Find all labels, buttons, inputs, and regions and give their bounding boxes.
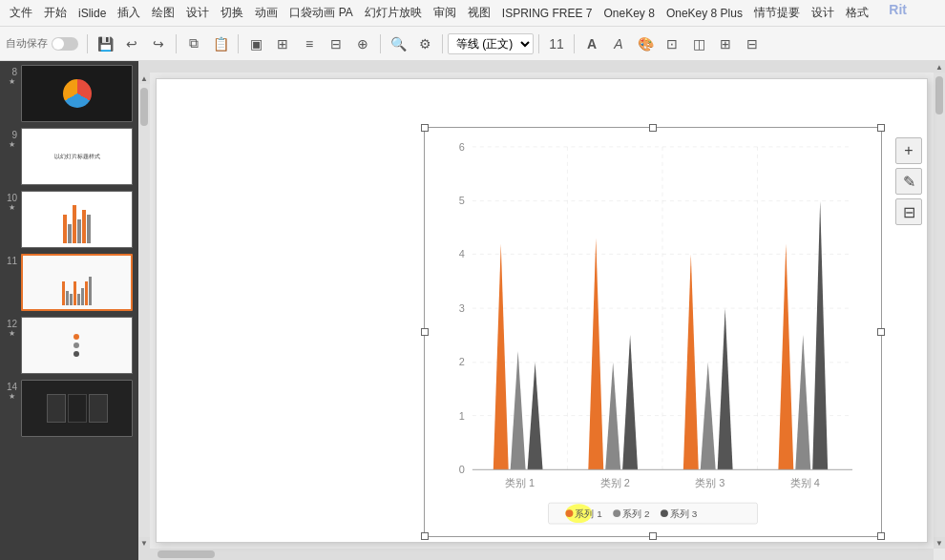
scroll-right-up[interactable]: ▲ (934, 61, 945, 73)
slide-thumb-12[interactable]: 12 ★ (6, 317, 133, 374)
handle-tr[interactable] (877, 124, 885, 132)
fill-color-btn[interactable]: 🎨 (633, 31, 658, 56)
autosave-label: 自动保存 (6, 36, 48, 51)
svg-text:2: 2 (459, 356, 465, 367)
redo-button[interactable]: ↪ (146, 31, 171, 56)
filter-button[interactable]: ⊟ (895, 198, 922, 225)
tb-btn-7[interactable]: ⚙ (412, 31, 437, 56)
slide-num-8: 8 (6, 65, 17, 77)
tb-extra-4[interactable]: ⊟ (740, 31, 765, 56)
handle-tl[interactable] (421, 124, 429, 132)
tb-extra-3[interactable]: ⊞ (713, 31, 738, 56)
copy-button[interactable]: ⧉ (181, 31, 206, 56)
undo-button[interactable]: ↩ (119, 31, 144, 56)
menu-transition[interactable]: 切换 (215, 1, 249, 25)
handle-mr[interactable] (877, 328, 885, 336)
menu-onekey8[interactable]: OneKey 8 (598, 3, 661, 24)
svg-text:类别 1: 类别 1 (505, 477, 535, 488)
menu-file[interactable]: 文件 (4, 1, 38, 25)
tb-btn-3[interactable]: ≡ (297, 31, 322, 56)
slide-thumb-14[interactable]: 14 ★ (6, 380, 133, 437)
handle-br[interactable] (877, 532, 885, 540)
svg-rect-0 (425, 128, 881, 536)
menu-format[interactable]: 格式 (840, 1, 874, 25)
svg-text:4: 4 (459, 248, 465, 259)
menu-home[interactable]: 开始 (38, 1, 73, 25)
sep-2 (176, 34, 177, 53)
handle-bc[interactable] (649, 532, 657, 540)
add-element-button[interactable]: + (895, 137, 922, 164)
menu-design[interactable]: 设计 (180, 1, 215, 25)
tb-btn-2[interactable]: ⊞ (270, 31, 295, 56)
slide-num-10: 10 (6, 191, 17, 203)
main-layout: 8 ★ 9 ★ 以幻灯片标题样式 10 ★ (0, 61, 945, 560)
tb-btn-6[interactable]: 🔍 (386, 31, 410, 56)
slide-num-9: 9 (6, 128, 17, 140)
tb-extra-1[interactable]: ⊡ (660, 31, 684, 56)
italic-button[interactable]: A (606, 31, 631, 56)
slide-thumb-11[interactable]: 11 (6, 254, 133, 311)
chart-svg: 0 1 2 3 4 5 6 类别 1 类别 2 类别 3 类别 4 (425, 128, 881, 536)
menu-slideshow[interactable]: 幻灯片放映 (359, 1, 428, 25)
slide-thumb-9[interactable]: 9 ★ 以幻灯片标题样式 (6, 128, 133, 185)
scroll-left-track[interactable] (138, 84, 150, 537)
scroll-right-track[interactable] (934, 73, 945, 537)
menu-design2[interactable]: 设计 (806, 1, 840, 25)
menu-insert[interactable]: 插入 (112, 1, 146, 25)
bold-button[interactable]: A (579, 31, 604, 56)
sep-7 (574, 34, 575, 53)
font-size-display[interactable]: 11 (544, 31, 569, 56)
menu-animation[interactable]: 动画 (249, 1, 284, 25)
chart-container[interactable]: 0 1 2 3 4 5 6 类别 1 类别 2 类别 3 类别 4 (424, 127, 882, 537)
sep-4 (380, 34, 381, 53)
slide-10-chart (59, 192, 94, 247)
scrollbar-right[interactable]: ▲ ▼ (934, 61, 945, 549)
slide-num-14: 14 (6, 380, 17, 392)
menu-draw[interactable]: 绘图 (146, 1, 180, 25)
svg-text:3: 3 (459, 302, 465, 314)
menu-view[interactable]: 视图 (462, 1, 496, 25)
save-button[interactable]: 💾 (93, 31, 117, 56)
tb-extra-2[interactable]: ◫ (686, 31, 711, 56)
scroll-thumb-h[interactable] (158, 550, 215, 558)
slide-thumb-8[interactable]: 8 ★ (6, 65, 133, 122)
slide-star-9: ★ (9, 140, 15, 149)
tb-btn-1[interactable]: ▣ (243, 31, 268, 56)
handle-ml[interactable] (421, 328, 429, 336)
paste-button[interactable]: 📋 (208, 31, 233, 56)
svg-text:系列 2: 系列 2 (622, 508, 650, 519)
menu-ispring[interactable]: ISPRING FREE 7 (496, 3, 598, 24)
slide-star-12: ★ (9, 329, 15, 338)
slide-9-text: 以幻灯片标题样式 (54, 153, 100, 161)
slide-img-12 (21, 317, 133, 374)
menu-storyboard[interactable]: 情节提要 (748, 1, 806, 25)
scroll-thumb-v[interactable] (140, 88, 148, 126)
svg-point-41 (661, 509, 668, 517)
scrollbar-bottom[interactable] (138, 549, 934, 560)
menu-onekey8plus[interactable]: OneKey 8 Plus (661, 3, 748, 24)
tb-btn-4[interactable]: ⊟ (324, 31, 348, 56)
handle-bl[interactable] (421, 532, 429, 540)
autosave-area: 自动保存 (6, 36, 78, 51)
sep-3 (238, 34, 239, 53)
autosave-toggle[interactable] (52, 37, 78, 51)
scrollbar-left[interactable]: ▲ ▼ (138, 73, 150, 549)
scroll-right-thumb[interactable] (935, 76, 943, 114)
slide-img-11 (21, 254, 133, 311)
scroll-down-arrow[interactable]: ▼ (138, 537, 150, 549)
toolbar: 自动保存 💾 ↩ ↪ ⧉ 📋 ▣ ⊞ ≡ ⊟ ⊕ 🔍 ⚙ 等线 (正文) 11 … (0, 27, 945, 61)
scroll-up-arrow[interactable]: ▲ (138, 73, 150, 84)
font-family-select[interactable]: 等线 (正文) (448, 33, 534, 54)
watermark: Rit (889, 2, 907, 17)
scrollbar-top (138, 61, 934, 73)
pen-button[interactable]: ✎ (895, 168, 922, 195)
menu-pa[interactable]: 口袋动画 PA (284, 1, 358, 25)
tb-btn-5[interactable]: ⊕ (350, 31, 375, 56)
slide-star-8: ★ (9, 77, 15, 86)
slide-thumb-10[interactable]: 10 ★ (6, 191, 133, 248)
svg-text:0: 0 (459, 464, 465, 475)
handle-tc[interactable] (649, 124, 657, 132)
scroll-right-down[interactable]: ▼ (934, 537, 945, 549)
menu-islide[interactable]: iSlide (73, 3, 112, 24)
menu-review[interactable]: 审阅 (428, 1, 462, 25)
